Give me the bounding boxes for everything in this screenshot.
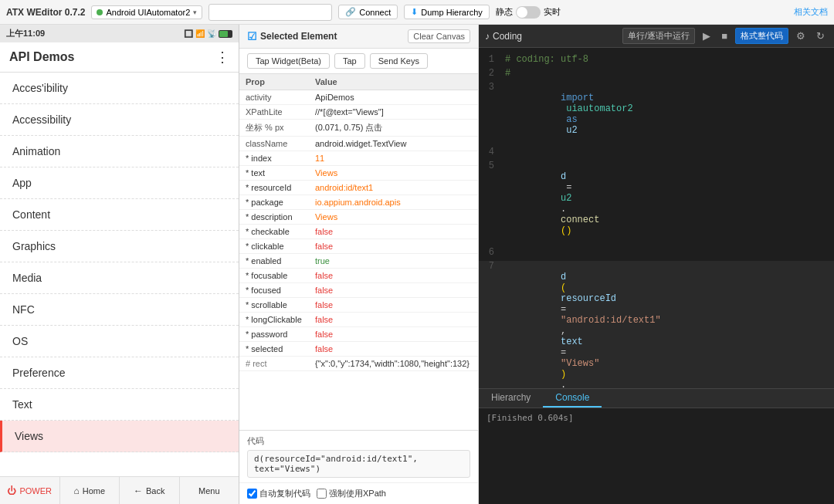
table-row: activity ApiDemos bbox=[239, 90, 478, 105]
chevron-down-icon: ▾ bbox=[193, 8, 197, 16]
properties-panel: ☑ Selected Element Clear Canvas Tap Widg… bbox=[239, 25, 479, 504]
stop-icon-button[interactable]: ■ bbox=[718, 29, 731, 43]
punct-span: , bbox=[561, 326, 571, 337]
refresh-icon-button[interactable]: ↻ bbox=[813, 29, 828, 43]
param-span: text bbox=[561, 337, 583, 347]
search-input[interactable] bbox=[208, 4, 332, 21]
prop-key: 坐标 % px bbox=[239, 120, 309, 137]
as-span: as bbox=[561, 114, 578, 125]
related-docs-link[interactable]: 相关文档 bbox=[794, 6, 828, 18]
code-line: 1 # coding: utf-8 bbox=[479, 54, 834, 68]
phone-status-bar: 上午11:09 🔲 📶 📡 bbox=[0, 25, 239, 42]
code-editor-area[interactable]: 1 # coding: utf-8 2 # 3 import uiautomat… bbox=[479, 48, 834, 388]
table-row: * focused false bbox=[239, 283, 478, 298]
list-item[interactable]: Text bbox=[0, 389, 239, 421]
line-number: 7 bbox=[479, 261, 502, 388]
code-snippet[interactable]: d(resourceId="android:id/text1", text="V… bbox=[247, 450, 470, 478]
list-item[interactable]: Content bbox=[0, 199, 239, 231]
prop-key: * package bbox=[239, 195, 309, 210]
phone-menu-icon[interactable]: ⋮ bbox=[215, 49, 229, 66]
device-selector[interactable]: Android UIAutomator2 ▾ bbox=[91, 5, 202, 19]
format-code-button[interactable]: 格式整代码 bbox=[735, 28, 788, 44]
code-line: 2 # bbox=[479, 68, 834, 82]
auto-copy-checkbox-label[interactable]: 自动复制代码 bbox=[247, 488, 310, 499]
force-xpath-checkbox-label[interactable]: 强制使用XPath bbox=[317, 488, 386, 499]
force-xpath-checkbox[interactable] bbox=[317, 489, 327, 499]
line-number: 5 bbox=[479, 161, 502, 247]
run-single-line-button[interactable]: 单行/逐语中运行 bbox=[622, 28, 695, 44]
main-layout: 上午11:09 🔲 📶 📡 API Demos ⋮ Acces'ibility … bbox=[0, 25, 834, 504]
tab-hierarchy[interactable]: Hierarchy bbox=[479, 389, 543, 408]
list-item[interactable]: App bbox=[0, 167, 239, 199]
back-icon: ← bbox=[134, 485, 143, 496]
table-row: # rect {"x":0,"y":1734,"width":1080,"hei… bbox=[239, 357, 478, 371]
top-toolbar: ATX WEditor 0.7.2 Android UIAutomator2 ▾… bbox=[0, 0, 834, 25]
connect-button[interactable]: 🔗 Connect bbox=[338, 5, 398, 19]
list-item[interactable]: Acces'ibility bbox=[0, 73, 239, 104]
editor-toolbar: ♪ Coding 单行/逐语中运行 ▶ ■ 格式整代码 ⚙ ↻ bbox=[479, 25, 834, 48]
list-item-active[interactable]: Views bbox=[0, 421, 239, 452]
code-editor-panel: ♪ Coding 单行/逐语中运行 ▶ ■ 格式整代码 ⚙ ↻ 1 # codi… bbox=[479, 25, 834, 504]
line-content: # coding: utf-8 bbox=[502, 54, 834, 68]
prop-value: false bbox=[309, 239, 478, 254]
coding-icon: ♪ bbox=[485, 31, 490, 42]
table-row: className android.widget.TextView bbox=[239, 137, 478, 151]
send-keys-button[interactable]: Send Keys bbox=[370, 53, 428, 69]
table-row: XPathLite //*[@text="Views"] bbox=[239, 105, 478, 120]
prop-value: Views bbox=[309, 210, 478, 225]
phone-panel: 上午11:09 🔲 📶 📡 API Demos ⋮ Acces'ibility … bbox=[0, 25, 239, 504]
tap-button[interactable]: Tap bbox=[334, 53, 365, 69]
clear-canvas-button[interactable]: Clear Canvas bbox=[408, 29, 470, 43]
punct-span: = bbox=[561, 347, 566, 358]
line-number: 1 bbox=[479, 54, 502, 68]
editor-title: ♪ Coding bbox=[485, 31, 522, 42]
list-item[interactable]: Preference bbox=[0, 357, 239, 389]
prop-key: * clickable bbox=[239, 239, 309, 254]
list-item[interactable]: Animation bbox=[0, 136, 239, 167]
prop-value: false bbox=[309, 298, 478, 313]
prop-key: * resourceId bbox=[239, 181, 309, 195]
settings-icon-button[interactable]: ⚙ bbox=[793, 29, 809, 43]
prop-key: * focused bbox=[239, 283, 309, 298]
code-section: 代码 d(resourceId="android:id/text1", text… bbox=[239, 430, 478, 482]
tap-widget-button[interactable]: Tap Widget(Beta) bbox=[247, 53, 330, 69]
run-icon-button[interactable]: ▶ bbox=[700, 29, 714, 43]
list-item[interactable]: Accessibility bbox=[0, 104, 239, 136]
phone-bottom-bar: ⏻ POWER ⌂ Home ← Back Menu bbox=[0, 476, 239, 504]
menu-button[interactable]: Menu bbox=[180, 477, 239, 504]
list-item[interactable]: Graphics bbox=[0, 231, 239, 262]
value-column-header: Value bbox=[309, 74, 478, 90]
prop-key: * focusable bbox=[239, 269, 309, 283]
table-row: * index 11 bbox=[239, 151, 478, 166]
prop-value: false bbox=[309, 342, 478, 357]
prop-key: * password bbox=[239, 327, 309, 342]
param-span: resourceId bbox=[561, 293, 616, 304]
list-item[interactable]: NFC bbox=[0, 294, 239, 326]
tab-console[interactable]: Console bbox=[543, 389, 602, 408]
prop-value: 11 bbox=[309, 151, 478, 166]
table-row: * selected false bbox=[239, 342, 478, 357]
back-button[interactable]: ← Back bbox=[120, 477, 180, 504]
dump-hierarchy-button[interactable]: ⬇ Dump Hierarchy bbox=[404, 5, 489, 19]
prop-value: Views bbox=[309, 166, 478, 181]
mode-toggle[interactable] bbox=[516, 6, 541, 19]
power-button[interactable]: ⏻ POWER bbox=[0, 477, 60, 504]
line-content: # bbox=[502, 68, 834, 82]
prop-value: false bbox=[309, 313, 478, 327]
coding-label: Coding bbox=[493, 31, 522, 42]
home-button[interactable]: ⌂ Home bbox=[60, 477, 120, 504]
punct-span: = bbox=[561, 304, 566, 315]
home-icon: ⌂ bbox=[73, 485, 79, 496]
properties-table: Prop Value activity ApiDemos XPathLite /… bbox=[239, 74, 478, 430]
table-row: * scrollable false bbox=[239, 298, 478, 313]
auto-copy-checkbox[interactable] bbox=[247, 489, 257, 499]
connect-icon: 🔗 bbox=[345, 7, 356, 17]
table-row: * text Views bbox=[239, 166, 478, 181]
line-number: 2 bbox=[479, 68, 502, 82]
list-item[interactable]: OS bbox=[0, 326, 239, 357]
phone-status-icons: 🔲 📶 📡 bbox=[184, 29, 232, 38]
prop-value: ApiDemos bbox=[309, 90, 478, 105]
paren-span: ( bbox=[561, 282, 566, 293]
list-item[interactable]: Media bbox=[0, 262, 239, 294]
prop-value: false bbox=[309, 269, 478, 283]
